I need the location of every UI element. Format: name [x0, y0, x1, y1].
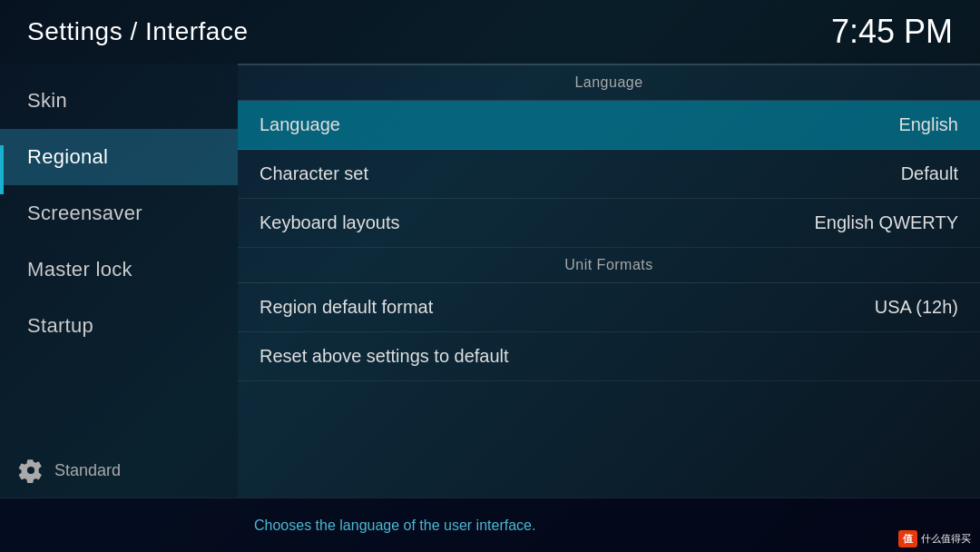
status-text: Chooses the language of the user interfa… — [254, 518, 535, 534]
settings-row-language[interactable]: LanguageEnglish — [238, 101, 980, 150]
sidebar-item-startup[interactable]: Startup — [0, 298, 238, 354]
status-bar: Chooses the language of the user interfa… — [0, 498, 980, 552]
standard-label: Standard — [54, 461, 121, 480]
sidebar: SkinRegionalScreensaverMaster lockStartu… — [0, 64, 238, 498]
header: Settings / Interface 7:45 PM — [0, 0, 980, 64]
section-header-language: Language — [238, 65, 980, 101]
row-label-character-set: Character set — [260, 163, 368, 184]
sidebar-item-master-lock[interactable]: Master lock — [0, 242, 238, 298]
row-value-keyboard-layouts: English QWERTY — [814, 212, 958, 233]
watermark: 值 什么值得买 — [898, 530, 971, 547]
section-header-unit-formats: Unit Formats — [238, 248, 980, 283]
clock: 7:45 PM — [831, 13, 953, 51]
page-title: Settings / Interface — [27, 17, 248, 46]
main-content: LanguageLanguageEnglishCharacter setDefa… — [238, 64, 980, 498]
settings-row-character-set[interactable]: Character setDefault — [238, 150, 980, 199]
row-value-character-set: Default — [901, 163, 958, 184]
row-label-keyboard-layouts: Keyboard layouts — [260, 212, 400, 233]
watermark-text: 什么值得买 — [921, 532, 971, 546]
row-label-region-default-format: Region default format — [260, 297, 433, 318]
sidebar-bottom: Standard — [0, 443, 238, 498]
sidebar-item-skin[interactable]: Skin — [0, 73, 238, 129]
settings-row-reset-above-settings[interactable]: Reset above settings to default — [238, 332, 980, 381]
settings-row-keyboard-layouts[interactable]: Keyboard layoutsEnglish QWERTY — [238, 199, 980, 248]
row-label-language: Language — [260, 114, 340, 135]
row-value-region-default-format: USA (12h) — [875, 297, 958, 318]
watermark-badge: 值 — [898, 530, 917, 547]
row-label-reset-above-settings: Reset above settings to default — [260, 346, 509, 367]
settings-row-region-default-format[interactable]: Region default formatUSA (12h) — [238, 283, 980, 332]
gear-icon — [18, 458, 44, 483]
sidebar-item-screensaver[interactable]: Screensaver — [0, 185, 238, 242]
row-value-language: English — [898, 114, 958, 135]
sidebar-item-regional[interactable]: Regional — [0, 129, 238, 185]
